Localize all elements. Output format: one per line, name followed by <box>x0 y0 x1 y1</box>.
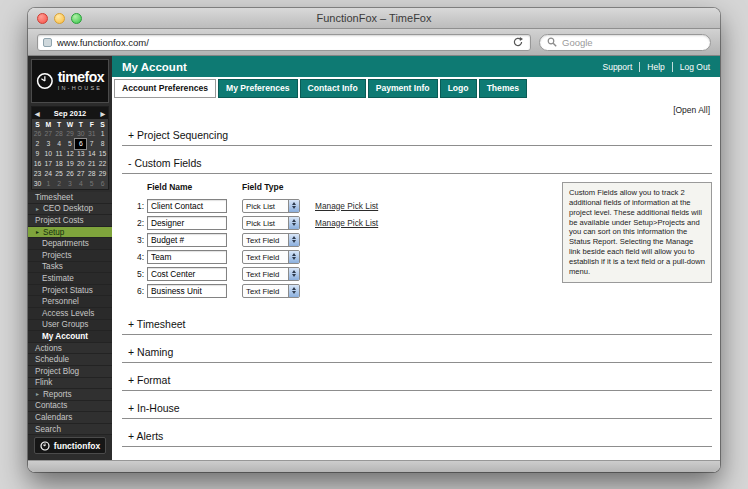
field-type-select[interactable]: Text Field <box>242 284 300 298</box>
calendar-day[interactable]: 29 <box>65 129 76 139</box>
field-name-input[interactable] <box>147 216 227 230</box>
sidebar-item-flink[interactable]: Flink <box>28 378 112 390</box>
sidebar-item-access-levels[interactable]: Access Levels <box>28 308 112 320</box>
calendar-day[interactable]: 30 <box>75 129 86 139</box>
calendar-day[interactable]: 4 <box>75 179 86 189</box>
calendar-day[interactable]: 21 <box>86 159 97 169</box>
field-name-input[interactable] <box>147 284 227 298</box>
calendar-day[interactable]: 15 <box>97 149 108 159</box>
calendar-day[interactable]: 14 <box>86 149 97 159</box>
calendar-day[interactable]: 10 <box>43 149 54 159</box>
search-field[interactable]: Google <box>539 34 711 51</box>
calendar-day[interactable]: 4 <box>54 139 65 149</box>
calendar-day[interactable]: 30 <box>32 179 43 189</box>
help-link[interactable]: Help <box>639 62 671 72</box>
calendar-day[interactable]: 19 <box>65 159 76 169</box>
calendar-day[interactable]: 26 <box>32 129 43 139</box>
tab-account-preferences[interactable]: Account Preferences <box>114 79 216 98</box>
sidebar-item-calendars[interactable]: Calendars <box>28 412 112 424</box>
calendar-day[interactable]: 17 <box>43 159 54 169</box>
sidebar-item-project-costs[interactable]: Project Costs <box>28 215 112 227</box>
sidebar-item-actions[interactable]: Actions <box>28 343 112 355</box>
sidebar-item-reports[interactable]: ►Reports <box>28 389 112 401</box>
calendar-day[interactable]: 23 <box>32 169 43 179</box>
sidebar-item-tasks[interactable]: Tasks <box>28 262 112 274</box>
sidebar-item-contacts[interactable]: Contacts <box>28 401 112 413</box>
field-name-input[interactable] <box>147 233 227 247</box>
manage-pick-list-link[interactable]: Manage Pick List <box>315 218 378 228</box>
calendar-day[interactable]: 24 <box>43 169 54 179</box>
calendar-day[interactable]: 12 <box>65 149 76 159</box>
field-type-select[interactable]: Text Field <box>242 233 300 247</box>
calendar-day[interactable]: 8 <box>97 139 108 149</box>
calendar-day[interactable]: 16 <box>32 159 43 169</box>
calendar-day[interactable]: 7 <box>86 139 97 149</box>
calendar-day[interactable]: 6 <box>97 179 108 189</box>
section-other[interactable]: + Other <box>122 451 712 460</box>
calendar-day[interactable]: 2 <box>54 179 65 189</box>
calendar-day[interactable]: 18 <box>54 159 65 169</box>
calendar-day[interactable]: 3 <box>65 179 76 189</box>
address-bar[interactable]: www.functionfox.com/ <box>37 34 531 51</box>
calendar-day[interactable]: 31 <box>86 129 97 139</box>
calendar-next-icon[interactable]: ▶ <box>100 110 105 117</box>
functionfox-logo[interactable]: functionfox <box>34 437 106 454</box>
section-in-house[interactable]: + In-House <box>122 395 712 419</box>
field-name-input[interactable] <box>147 199 227 213</box>
sidebar-item-schedule[interactable]: Schedule <box>28 354 112 366</box>
calendar-prev-icon[interactable]: ◀ <box>35 110 40 117</box>
calendar-day[interactable]: 22 <box>97 159 108 169</box>
field-type-select[interactable]: Text Field <box>242 250 300 264</box>
section-format[interactable]: + Format <box>122 367 712 391</box>
reload-icon[interactable] <box>511 35 525 49</box>
section-naming[interactable]: + Naming <box>122 339 712 363</box>
calendar-day[interactable]: 26 <box>65 169 76 179</box>
calendar-day[interactable]: 28 <box>54 129 65 139</box>
logout-link[interactable]: Log Out <box>672 62 710 72</box>
window-titlebar[interactable]: FunctionFox – TimeFox <box>28 8 720 29</box>
field-name-input[interactable] <box>147 250 227 264</box>
sidebar-item-personnel[interactable]: Personnel <box>28 296 112 308</box>
sidebar-item-my-account[interactable]: My Account <box>28 331 112 343</box>
sidebar-item-user-groups[interactable]: User Groups <box>28 320 112 332</box>
calendar-day[interactable]: 29 <box>97 169 108 179</box>
tab-logo[interactable]: Logo <box>440 79 477 98</box>
sidebar-item-projects[interactable]: Projects <box>28 250 112 262</box>
calendar-day[interactable]: 28 <box>86 169 97 179</box>
section-timesheet[interactable]: + Timesheet <box>122 311 712 335</box>
field-type-select[interactable]: Text Field <box>242 267 300 281</box>
sidebar-item-timesheet[interactable]: Timesheet <box>28 192 112 204</box>
calendar-day[interactable]: 3 <box>43 139 54 149</box>
field-type-select[interactable]: Pick List <box>242 216 300 230</box>
calendar-day[interactable]: 11 <box>54 149 65 159</box>
calendar-day[interactable]: 27 <box>43 129 54 139</box>
section-custom-fields[interactable]: - Custom Fields <box>122 150 712 174</box>
calendar-day[interactable]: 1 <box>43 179 54 189</box>
sidebar-item-ceo-desktop[interactable]: ►CEO Desktop <box>28 204 112 216</box>
open-all-link[interactable]: [Open All] <box>122 98 712 118</box>
calendar-day[interactable]: 5 <box>65 139 76 149</box>
calendar-day[interactable]: 1 <box>97 129 108 139</box>
sidebar-item-setup[interactable]: ►Setup <box>28 227 112 239</box>
sidebar-item-departments[interactable]: Departments <box>28 238 112 250</box>
sidebar-item-project-status[interactable]: Project Status <box>28 285 112 297</box>
calendar-day[interactable]: 20 <box>75 159 86 169</box>
support-link[interactable]: Support <box>595 62 639 72</box>
tab-my-preferences[interactable]: My Preferences <box>218 79 298 98</box>
calendar-day[interactable]: 9 <box>32 149 43 159</box>
sidebar-item-search[interactable]: Search <box>28 424 112 436</box>
manage-pick-list-link[interactable]: Manage Pick List <box>315 201 378 211</box>
calendar-day[interactable]: 25 <box>54 169 65 179</box>
tab-themes[interactable]: Themes <box>479 79 527 98</box>
calendar-day[interactable]: 2 <box>32 139 43 149</box>
sidebar-item-project-blog[interactable]: Project Blog <box>28 366 112 378</box>
section-project-sequencing[interactable]: + Project Sequencing <box>122 122 712 146</box>
calendar-day[interactable]: 27 <box>75 169 86 179</box>
tab-contact-info[interactable]: Contact Info <box>300 79 366 98</box>
sidebar-item-estimate[interactable]: Estimate <box>28 273 112 285</box>
calendar-day-today[interactable]: 6 <box>75 139 86 149</box>
calendar-day[interactable]: 5 <box>86 179 97 189</box>
calendar-day[interactable]: 13 <box>75 149 86 159</box>
field-type-select[interactable]: Pick List <box>242 199 300 213</box>
field-name-input[interactable] <box>147 267 227 281</box>
